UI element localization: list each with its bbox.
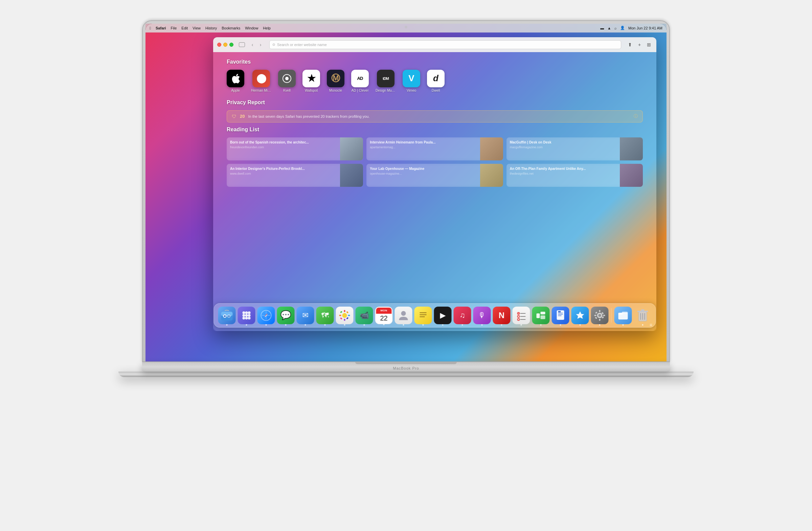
menubar-appname[interactable]: Safari <box>156 26 166 30</box>
menubar-file[interactable]: File <box>171 26 177 30</box>
dock-facetime[interactable]: 📹 <box>356 306 373 324</box>
reading-item-6-thumb <box>620 164 643 187</box>
favorite-apple-label: Apple <box>231 89 240 92</box>
favorite-hermanmiller[interactable]: ⬤ Herman Miller <box>251 70 271 92</box>
menubar-help[interactable]: Help <box>263 26 271 30</box>
favorite-kvell[interactable]: Kvell <box>278 70 296 92</box>
fullscreen-button[interactable] <box>229 43 233 47</box>
menubar:  Safari File Edit View History Bookmark… <box>145 24 667 32</box>
svg-rect-58 <box>595 316 597 319</box>
favorite-wallspot-icon: ★ <box>303 70 320 87</box>
traffic-lights <box>217 43 233 47</box>
dock-contacts[interactable] <box>395 306 412 324</box>
dock-files[interactable] <box>614 306 632 324</box>
svg-point-31 <box>401 311 406 316</box>
dock-numbers[interactable] <box>532 306 550 324</box>
macbook-base: MacBook Pro <box>142 362 670 372</box>
dock-news[interactable]: N <box>493 306 510 324</box>
favorite-apple-icon <box>227 70 244 87</box>
dock-notes[interactable] <box>415 306 432 324</box>
reading-item-4[interactable]: An Interior Designer's Picture-Perfect B… <box>227 164 363 187</box>
reading-item-3[interactable]: MacGuffin | Desk on Desk macguffinmagazi… <box>507 138 643 160</box>
svg-point-36 <box>518 313 519 313</box>
forward-button[interactable]: › <box>257 41 264 48</box>
reading-item-1[interactable]: Born out of the Spanish recession, the a… <box>227 138 363 160</box>
svg-rect-55 <box>603 315 605 316</box>
menubar-view[interactable]: View <box>192 26 201 30</box>
reading-item-2-text: Interview Armin Heinemann from Paula... … <box>366 138 480 160</box>
back-button[interactable]: ‹ <box>249 41 256 48</box>
reading-item-6[interactable]: An Off-The-Plan Family Apartment Unlike … <box>507 164 643 187</box>
close-button[interactable] <box>217 43 221 47</box>
menubar-search-icon[interactable]: ⌕ <box>614 26 617 30</box>
safari-titlebar: ‹ › ⊙ Search or enter website name ⬆ + ⊞ <box>213 37 656 52</box>
favorites-section: Favorites A <box>227 59 643 92</box>
reading-item-5-title: Your Lab Openhouse — Magazine <box>370 167 476 171</box>
tab-overview-button[interactable]: ⊞ <box>646 41 652 48</box>
dock-separator <box>611 308 612 322</box>
svg-rect-42 <box>537 313 540 318</box>
menubar-edit[interactable]: Edit <box>182 26 188 30</box>
svg-rect-27 <box>340 311 343 313</box>
minimize-button[interactable] <box>223 43 227 47</box>
reading-item-1-text: Born out of the Spanish recession, the a… <box>227 138 340 160</box>
favorite-monocle[interactable]: Ⓜ Monocle <box>327 70 345 92</box>
favorite-vimeo-icon: V <box>403 70 420 87</box>
dock-music[interactable]: ♫ <box>454 306 471 324</box>
safari-addressbar[interactable]: ⊙ Search or enter website name <box>269 40 621 49</box>
svg-point-10 <box>248 311 251 314</box>
dock-finder[interactable] <box>218 306 236 324</box>
dock-messages[interactable]: 💬 <box>277 306 295 324</box>
dock-pages[interactable] <box>552 306 569 324</box>
favorite-monocle-label: Monocle <box>329 89 342 92</box>
favorites-grid: Apple ⬤ Herman Miller <box>227 70 643 92</box>
dock-trash[interactable] <box>634 306 652 324</box>
favorite-dwell[interactable]: d Dwell <box>427 70 445 92</box>
dock-mail[interactable]: ✉ <box>297 306 314 324</box>
tabs-icon[interactable] <box>239 42 245 47</box>
share-button[interactable]: ⬆ <box>627 41 633 48</box>
dock-appstore[interactable] <box>571 306 589 324</box>
svg-point-12 <box>245 314 248 317</box>
reading-item-6-text: An Off-The-Plan Family Apartment Unlike … <box>507 164 620 187</box>
reading-item-6-url: thedesignfiles.net <box>510 172 617 175</box>
dock-reminders[interactable] <box>512 306 530 324</box>
svg-point-16 <box>248 317 251 319</box>
safari-toolbar-right: ⬆ + ⊞ <box>627 41 652 48</box>
privacy-count: 20 <box>240 114 245 119</box>
dock-podcasts[interactable]: 🎙 <box>473 306 491 324</box>
favorite-apple[interactable]: Apple <box>227 70 244 92</box>
dock-maps[interactable]: 🗺 <box>316 306 334 324</box>
favorite-hermanmiller-label: Herman Miller <box>251 89 271 92</box>
favorite-adclever[interactable]: AD AD | Clever <box>351 70 369 92</box>
svg-rect-53 <box>599 319 600 321</box>
dock-photos[interactable] <box>336 306 353 324</box>
svg-rect-24 <box>344 319 345 321</box>
svg-rect-25 <box>339 315 342 316</box>
dock-calendar[interactable]: MON 22 <box>375 306 393 324</box>
dock-appletv[interactable]: ▶ <box>434 306 452 324</box>
menubar-apple[interactable]:  <box>149 26 151 30</box>
menubar-window[interactable]: Window <box>245 26 258 30</box>
menubar-history[interactable]: History <box>205 26 217 30</box>
favorite-designmuseum[interactable]: tDM Design Museum <box>376 70 396 92</box>
privacy-info-icon[interactable]: ⓘ <box>634 113 638 119</box>
reading-item-5[interactable]: Your Lab Openhouse — Magazine openhouse-… <box>366 164 503 187</box>
reading-item-5-url: openhouse-magazine... <box>370 172 476 175</box>
svg-rect-52 <box>599 310 600 312</box>
macbook-bottom-bar <box>118 372 694 377</box>
reading-item-4-text: An Interior Designer's Picture-Perfect B… <box>227 164 340 187</box>
menubar-bookmarks[interactable]: Bookmarks <box>222 26 240 30</box>
favorite-wallspot[interactable]: ★ Wallspot <box>303 70 320 92</box>
dock-systemprefs[interactable] <box>591 306 609 324</box>
svg-rect-54 <box>594 315 596 316</box>
reading-item-3-title: MacGuffin | Desk on Desk <box>510 140 617 144</box>
favorite-vimeo[interactable]: V Vimeo <box>403 70 420 92</box>
reading-item-6-title: An Off-The-Plan Family Apartment Unlike … <box>510 167 617 171</box>
new-tab-button[interactable]: + <box>636 41 643 48</box>
reading-item-2-url: apartamentomag... <box>370 145 476 149</box>
reading-item-2[interactable]: Interview Armin Heinemann from Paula... … <box>366 138 503 160</box>
svg-point-1 <box>285 77 289 80</box>
dock-launchpad[interactable] <box>238 306 256 324</box>
dock-safari[interactable] <box>258 306 275 324</box>
